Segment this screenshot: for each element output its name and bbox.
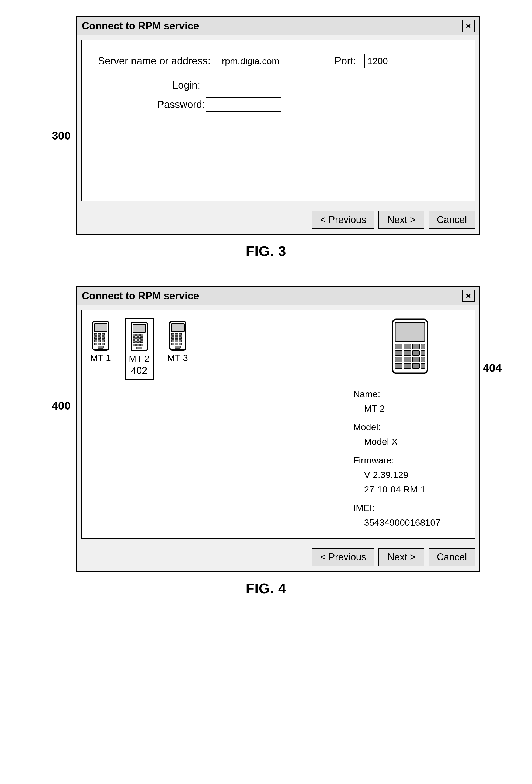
fig3-title: Connect to RPM service xyxy=(82,20,199,32)
fig4-model-key: Model: xyxy=(354,420,441,434)
fig4-device-label-mt2: MT 2 xyxy=(129,354,149,364)
svg-rect-32 xyxy=(171,333,174,335)
svg-rect-54 xyxy=(421,351,425,355)
fig3-server-label: Server name or address: xyxy=(98,55,211,67)
svg-rect-3 xyxy=(98,333,101,335)
svg-rect-58 xyxy=(421,357,425,362)
fig4-side-label: 400 xyxy=(52,399,71,412)
svg-rect-44 xyxy=(175,346,180,348)
svg-rect-60 xyxy=(404,363,411,368)
fig3-close-button[interactable]: × xyxy=(462,20,475,32)
fig4-dialog: Connect to RPM service × xyxy=(76,286,480,572)
fig3-port-input[interactable] xyxy=(364,54,399,68)
figure-4-block: 400 Connect to RPM service × xyxy=(52,286,480,596)
svg-rect-59 xyxy=(395,363,402,368)
fig3-prev-button[interactable]: < Previous xyxy=(312,211,374,229)
svg-rect-52 xyxy=(404,351,411,355)
svg-rect-2 xyxy=(94,333,97,335)
svg-rect-40 xyxy=(179,340,181,342)
svg-rect-9 xyxy=(98,340,101,342)
fig3-label: FIG. 3 xyxy=(246,243,286,259)
fig3-password-input[interactable] xyxy=(206,97,281,112)
fig3-body: Server name or address: Port: Login: Pas… xyxy=(81,39,475,201)
fig4-model-val: Model X xyxy=(364,434,441,449)
fig3-titlebar: Connect to RPM service × xyxy=(77,17,479,35)
svg-rect-41 xyxy=(171,343,174,345)
svg-rect-35 xyxy=(171,336,174,339)
svg-rect-26 xyxy=(133,344,136,346)
svg-rect-31 xyxy=(171,324,184,332)
svg-rect-42 xyxy=(175,343,178,345)
svg-rect-1 xyxy=(94,324,107,332)
fig4-cancel-button[interactable]: Cancel xyxy=(428,548,475,566)
fig4-phone-icon-mt1 xyxy=(90,321,112,351)
svg-rect-22 xyxy=(140,337,143,339)
svg-rect-56 xyxy=(404,357,411,362)
svg-rect-18 xyxy=(137,334,139,336)
svg-rect-53 xyxy=(412,351,419,355)
fig4-device-annotation: 402 xyxy=(131,365,147,376)
fig4-firmware-key: Firmware: xyxy=(354,453,441,468)
svg-rect-17 xyxy=(133,334,136,336)
fig3-server-input[interactable] xyxy=(219,54,327,68)
svg-rect-51 xyxy=(395,351,402,355)
fig3-login-section: Login: Password: xyxy=(157,78,458,112)
svg-rect-8 xyxy=(94,340,97,342)
svg-rect-14 xyxy=(98,346,104,348)
svg-rect-55 xyxy=(395,357,402,362)
fig3-login-input[interactable] xyxy=(206,78,281,92)
fig3-login-label: Login: xyxy=(157,80,200,91)
fig4-panel-split: MT 1 xyxy=(82,310,475,538)
fig4-device-label-mt3: MT 3 xyxy=(167,353,188,363)
svg-rect-7 xyxy=(102,336,105,339)
fig3-cancel-button[interactable]: Cancel xyxy=(428,211,475,229)
fig4-device-mt1[interactable]: MT 1 xyxy=(87,318,114,366)
svg-rect-20 xyxy=(133,337,136,339)
fig4-body: MT 1 xyxy=(81,310,475,538)
svg-rect-12 xyxy=(98,343,101,345)
fig4-panel-left: MT 1 xyxy=(82,310,345,538)
svg-rect-61 xyxy=(412,363,419,368)
fig4-imei-val: 354349000168107 xyxy=(364,515,441,530)
svg-rect-16 xyxy=(133,325,146,333)
svg-rect-25 xyxy=(140,340,143,343)
svg-rect-46 xyxy=(395,323,425,341)
svg-rect-19 xyxy=(140,334,143,336)
fig4-button-row: < Previous Next > Cancel xyxy=(77,543,479,571)
svg-rect-33 xyxy=(175,333,178,335)
fig4-device-info: Name: MT 2 Model: Model X Firmware: V 2.… xyxy=(354,383,441,530)
svg-rect-21 xyxy=(137,337,139,339)
fig3-dialog: Connect to RPM service × Server name or … xyxy=(76,16,480,235)
fig4-name-val: MT 2 xyxy=(364,401,441,416)
svg-rect-5 xyxy=(94,336,97,339)
svg-rect-27 xyxy=(137,344,139,346)
svg-rect-34 xyxy=(179,333,181,335)
fig4-next-button[interactable]: Next > xyxy=(379,548,424,566)
fig4-imei-key: IMEI: xyxy=(354,501,441,515)
svg-rect-29 xyxy=(137,347,142,349)
fig3-server-row: Server name or address: Port: xyxy=(98,54,458,68)
svg-rect-24 xyxy=(137,340,139,343)
fig4-close-button[interactable]: × xyxy=(462,290,475,302)
figure-3-diagram: 300 Connect to RPM service × Server name… xyxy=(52,16,480,235)
fig4-device-mt3[interactable]: MT 3 xyxy=(164,318,191,366)
svg-rect-50 xyxy=(421,344,425,349)
fig3-button-row: < Previous Next > Cancel xyxy=(77,205,479,234)
svg-rect-48 xyxy=(404,344,411,349)
fig4-phone-icon-mt2 xyxy=(129,322,150,351)
svg-rect-38 xyxy=(171,340,174,342)
fig4-name-key: Name: xyxy=(354,387,441,401)
fig4-label: FIG. 4 xyxy=(246,580,286,596)
svg-rect-11 xyxy=(94,343,97,345)
fig3-password-label: Password: xyxy=(157,99,200,110)
fig4-prev-button[interactable]: < Previous xyxy=(312,548,374,566)
svg-rect-36 xyxy=(175,336,178,339)
fig3-port-label: Port: xyxy=(335,55,356,67)
svg-rect-13 xyxy=(102,343,105,345)
svg-rect-39 xyxy=(175,340,178,342)
svg-rect-28 xyxy=(140,344,143,346)
fig3-next-button[interactable]: Next > xyxy=(379,211,424,229)
fig4-firmware-val1: V 2.39.129 xyxy=(364,468,441,482)
fig4-device-mt2[interactable]: MT 2 402 xyxy=(125,318,153,380)
svg-rect-49 xyxy=(412,344,419,349)
